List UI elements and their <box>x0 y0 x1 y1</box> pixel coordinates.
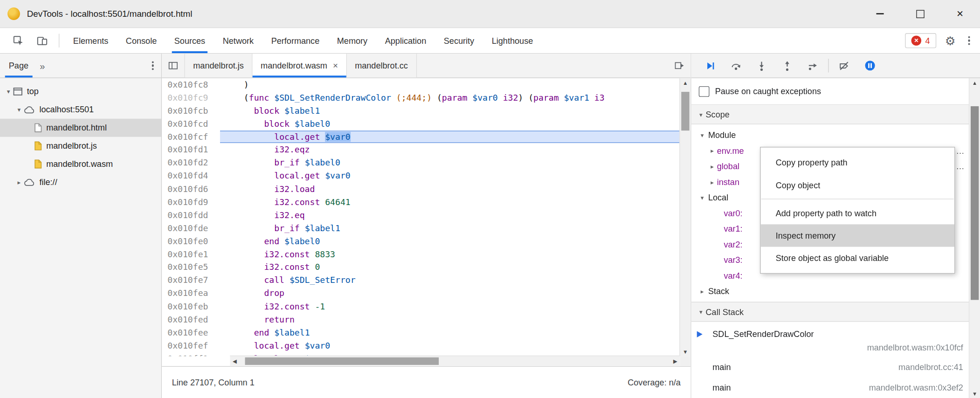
code-line[interactable]: 0x010fd1 i32.eqz <box>162 144 680 157</box>
code-line[interactable]: 0x010fc9(func $SDL_SetRenderDrawColor (;… <box>162 91 680 104</box>
sidebar-scrollbar-thumb[interactable] <box>971 106 979 300</box>
code-line[interactable]: 0x010fe7 call $SDL_SetError <box>162 274 680 287</box>
code-line[interactable]: 0x010feb i32.const -1 <box>162 300 680 313</box>
scroll-left-icon[interactable]: ◀ <box>230 356 239 366</box>
maximize-button[interactable] <box>900 0 940 27</box>
code-address[interactable]: 0x010ff1 <box>162 352 220 356</box>
code-address[interactable]: 0x010fdd <box>162 209 220 222</box>
code-address[interactable]: 0x010feb <box>162 300 220 313</box>
code-line[interactable]: 0x010fea drop <box>162 287 680 300</box>
tab-sources[interactable]: Sources <box>166 28 214 53</box>
inspect-element-icon[interactable] <box>6 28 30 53</box>
code-line[interactable]: 0x010fd9 i32.const 64641 <box>162 196 680 209</box>
code-line[interactable]: 0x010fcb block $label1 <box>162 104 680 117</box>
tab-elements[interactable]: Elements <box>64 28 117 53</box>
code-line[interactable]: 0x010fef local.get $var0 <box>162 339 680 352</box>
scroll-up-icon[interactable]: ▲ <box>969 78 980 88</box>
tree-item-mandelbrot-js[interactable]: mandelbrot.js <box>0 137 161 155</box>
code-address[interactable]: 0x010fd1 <box>162 144 220 157</box>
editor-tab-mandelbrot-cc[interactable]: mandelbrot.cc <box>347 54 417 77</box>
code-line[interactable]: 0x010fee end $label1 <box>162 326 680 339</box>
frame-location[interactable]: mandelbrot.wasm:0x10fcf <box>712 341 963 355</box>
tab-memory[interactable]: Memory <box>328 28 376 53</box>
pause-on-caught-checkbox[interactable] <box>699 86 710 96</box>
vertical-scrollbar[interactable]: ▲ ▼ <box>679 78 690 357</box>
code-line[interactable]: 0x010fe5 i32.const 0 <box>162 261 680 274</box>
code-address[interactable]: 0x010fef <box>162 339 220 352</box>
horizontal-scrollbar-thumb[interactable] <box>245 357 439 365</box>
sidebar-scrollbar[interactable]: ▲ ▼ <box>969 78 980 398</box>
scroll-right-icon[interactable]: ▶ <box>670 356 680 366</box>
code-address[interactable]: 0x010fde <box>162 222 220 235</box>
tab-security[interactable]: Security <box>435 28 483 53</box>
code-address[interactable]: 0x010fc9 <box>162 91 220 104</box>
main-menu-icon[interactable] <box>964 36 973 45</box>
tab-network[interactable]: Network <box>214 28 262 53</box>
code-address[interactable]: 0x010fe5 <box>162 261 220 274</box>
menu-item-copy-object[interactable]: Copy object <box>761 174 955 196</box>
scroll-down-icon[interactable]: ▼ <box>969 389 980 398</box>
horizontal-scrollbar[interactable]: ◀ ▶ <box>230 356 680 366</box>
scope-section-header[interactable]: ▾ Scope <box>691 105 970 124</box>
code-line[interactable]: 0x010fd2 br_if $label0 <box>162 157 680 170</box>
step-out-icon[interactable] <box>774 54 800 77</box>
call-stack-frame[interactable]: mainmandelbrot.cc:41 <box>691 357 970 377</box>
code-address[interactable]: 0x010fed <box>162 313 220 326</box>
tab-application[interactable]: Application <box>376 28 435 53</box>
tree-item-top[interactable]: ▾top <box>0 82 161 101</box>
code-line[interactable]: 0x010fcd block $label0 <box>162 117 680 130</box>
minimize-button[interactable] <box>860 0 900 27</box>
tab-console[interactable]: Console <box>117 28 166 53</box>
code-address[interactable]: 0x010fcf <box>162 130 220 144</box>
scroll-up-icon[interactable]: ▲ <box>680 78 691 88</box>
pause-on-exceptions-icon[interactable] <box>857 54 883 77</box>
code-address[interactable]: 0x010fd2 <box>162 157 220 170</box>
toggle-navigator-icon[interactable] <box>162 54 185 77</box>
step-into-icon[interactable] <box>749 54 774 77</box>
tab-page[interactable]: Page <box>0 54 37 77</box>
call-stack-section-header[interactable]: ▾ Call Stack <box>691 302 970 322</box>
menu-item-store-object-as-global-variable[interactable]: Store object as global variable <box>761 247 955 269</box>
editor-tab-mandelbrot-wasm[interactable]: mandelbrot.wasm× <box>253 54 347 77</box>
code-line[interactable]: 0x010fde br_if $label1 <box>162 222 680 235</box>
code-address[interactable]: 0x010fe1 <box>162 248 220 261</box>
device-toolbar-icon[interactable] <box>30 28 54 53</box>
editor-tab-mandelbrot-js[interactable]: mandelbrot.js <box>185 54 253 77</box>
tree-item-file[interactable]: ▸file:// <box>0 173 161 191</box>
frame-location[interactable]: mandelbrot.cc:41 <box>731 360 963 374</box>
tree-item-mandelbrot-wasm[interactable]: mandelbrot.wasm <box>0 155 161 173</box>
code-address[interactable]: 0x010fd6 <box>162 183 220 196</box>
scroll-down-icon[interactable]: ▼ <box>680 347 691 356</box>
menu-item-inspect-memory[interactable]: Inspect memory <box>761 224 955 247</box>
more-tabs-icon[interactable]: » <box>37 60 48 71</box>
toggle-debugger-sidebar-icon[interactable] <box>668 54 690 77</box>
step-icon[interactable] <box>800 54 826 77</box>
code-line[interactable]: 0x010fcf local.get $var0 <box>162 130 680 144</box>
code-line[interactable]: 0x010fd6 i32.load <box>162 183 680 196</box>
code-line[interactable]: 0x010fe0 end $label0 <box>162 235 680 248</box>
navigator-menu-icon[interactable] <box>148 61 157 70</box>
code-line[interactable]: 0x010fe1 i32.const 8833 <box>162 248 680 261</box>
code-address[interactable]: 0x010fd4 <box>162 170 220 183</box>
call-stack-frame[interactable]: mainmandelbrot.wasm:0x3ef2 <box>691 377 970 398</box>
tab-performance[interactable]: Performance <box>262 28 328 53</box>
settings-gear-icon[interactable]: ⚙ <box>945 34 956 46</box>
code-address[interactable]: 0x010fe7 <box>162 274 220 287</box>
code-address[interactable]: 0x010fcb <box>162 104 220 117</box>
scope-section-module[interactable]: ▾Module <box>691 128 970 144</box>
resume-icon[interactable] <box>697 54 723 77</box>
code-line[interactable]: 0x010fd4 local.get $var0 <box>162 170 680 183</box>
tab-lighthouse[interactable]: Lighthouse <box>483 28 542 53</box>
tree-item-mandelbrot-html[interactable]: mandelbrot.html <box>0 119 161 137</box>
code-address[interactable]: 0x010fea <box>162 287 220 300</box>
code-line[interactable]: 0x010fc8) <box>162 78 680 91</box>
code-address[interactable]: 0x010fcd <box>162 117 220 130</box>
code-line[interactable]: 0x010fdd i32.eq <box>162 209 680 222</box>
vertical-scrollbar-thumb[interactable] <box>681 92 689 130</box>
step-over-icon[interactable] <box>723 54 749 77</box>
menu-item-add-property-path-to-watch[interactable]: Add property path to watch <box>761 202 955 224</box>
error-badge[interactable]: ✕ 4 <box>905 33 936 48</box>
scope-section-stack[interactable]: ▸Stack <box>691 284 970 300</box>
code-address[interactable]: 0x010fee <box>162 326 220 339</box>
deactivate-breakpoints-icon[interactable] <box>831 54 857 77</box>
